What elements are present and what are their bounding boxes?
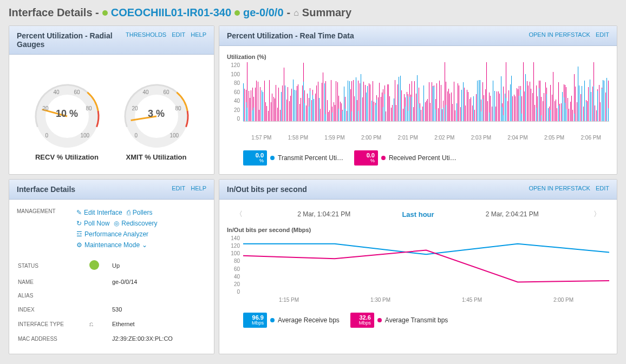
ethernet-icon: ⎌ (89, 320, 93, 328)
realtime-panel: Percent Utilization - Real Time Data OPE… (219, 25, 617, 175)
device-link[interactable]: COEOCHIIL01-IR01-340 (111, 6, 231, 19)
open-perfstack-link[interactable]: OPEN IN PERFSTACK (529, 185, 590, 191)
inout-panel: In/Out bits per second OPEN IN PERFSTACK… (219, 179, 617, 354)
management-label: MANAGEMENT (17, 207, 76, 250)
blue-dot-icon (270, 156, 275, 160)
detail-row: INDEX 530 (18, 303, 205, 316)
gauge-0: 020406080100 10 % RECV % Utilization (27, 78, 108, 161)
mgmt-edit-interface[interactable]: ✎Edit Interface (76, 209, 122, 216)
panel-actions: THRESHOLDS EDIT HELP (126, 31, 206, 38)
pink-dot-icon (381, 156, 386, 160)
edit-link[interactable]: EDIT (172, 185, 185, 191)
realtime-chart[interactable] (243, 62, 609, 122)
mgmt-pollers[interactable]: ⎙Pollers (127, 209, 153, 216)
panel-actions: OPEN IN PERFSTACK EDIT (529, 185, 609, 191)
panel-title: Interface Details (17, 185, 75, 194)
panel-header: In/Out bits per second OPEN IN PERFSTACK… (219, 180, 617, 200)
panel-actions: EDIT HELP (172, 185, 206, 191)
mgmt-icon: ☲ (76, 230, 82, 238)
gauge-label: XMIT % Utilization (116, 153, 197, 161)
mgmt-poll-now[interactable]: ↻Poll Now (76, 220, 109, 227)
gauge-label: RECV % Utilization (27, 153, 108, 161)
radial-gauges-panel: Percent Utilization - Radial Gauges THRE… (9, 25, 214, 175)
pink-dot-icon (377, 318, 382, 322)
chart-y-title: Utilization (%) (227, 54, 609, 60)
help-link[interactable]: HELP (191, 185, 206, 191)
page-header: Interface Details - COEOCHIIL01-IR01-340… (0, 0, 626, 25)
mgmt-rediscovery[interactable]: ◎Rediscovery (114, 220, 157, 227)
time-range-bar: 〈 2 Mar, 1:04:21 PM Last hour 2 Mar, 2:0… (227, 207, 609, 227)
detail-row: NAME ge-0/0/14 (18, 275, 205, 288)
panel-title: Percent Utilization - Radial Gauges (17, 31, 126, 49)
legend-item[interactable]: 0.0% Received Percent Uti… (354, 150, 457, 166)
mgmt-icon: ⚙ (76, 241, 82, 249)
edit-link[interactable]: EDIT (596, 185, 609, 191)
status-up-icon (89, 260, 99, 270)
mgmt-icon: ↻ (76, 220, 82, 227)
interface-status-dot (234, 10, 240, 16)
interface-link[interactable]: ge-0/0/0 (243, 6, 283, 19)
home-icon: ⌂ (294, 8, 299, 18)
header-dash: - (287, 6, 291, 19)
edit-link[interactable]: EDIT (596, 31, 609, 38)
panel-header: Interface Details EDIT HELP (9, 180, 214, 200)
panel-header: Percent Utilization - Radial Gauges THRE… (9, 26, 214, 55)
mgmt-icon: ⎙ (127, 209, 131, 216)
legend-item[interactable]: 96.9Mbps Average Receive bps (243, 313, 340, 328)
legend-item[interactable]: 0.0% Transmit Percent Uti… (243, 150, 343, 166)
prev-range-button[interactable]: 〈 (232, 209, 246, 219)
mgmt-maintenance-mode[interactable]: ⚙Maintenance Mode ⌄ (76, 241, 147, 249)
gauge-value: 10 % (56, 108, 78, 120)
detail-row: MAC ADDRESS J2:39:ZE:00:3X:PL:CO (18, 332, 205, 345)
gauge-1: 020406080100 3 % XMIT % Utilization (116, 78, 197, 161)
chevron-down-icon: ⌄ (142, 241, 147, 249)
detail-row: ALIAS (18, 289, 205, 302)
legend-item[interactable]: 32.6Mbps Average Transmit bps (350, 313, 448, 328)
help-link[interactable]: HELP (191, 31, 206, 38)
blue-dot-icon (270, 318, 275, 322)
inout-chart[interactable] (243, 235, 609, 295)
next-range-button[interactable]: 〉 (590, 209, 604, 219)
mgmt-icon: ◎ (114, 220, 119, 227)
interface-details-panel: Interface Details EDIT HELP MANAGEMENT ✎… (9, 179, 214, 354)
detail-row: INTERFACE TYPE ⎌ Ethernet (18, 317, 205, 331)
header-prefix: Interface Details - (9, 6, 99, 19)
header-summary: Summary (302, 6, 351, 19)
thresholds-link[interactable]: THRESHOLDS (126, 31, 166, 38)
chart-y-title: In/Out bits per second (Mbps) (227, 227, 609, 233)
gauge-value: 3 % (148, 108, 165, 120)
panel-actions: OPEN IN PERFSTACK EDIT (529, 31, 609, 38)
open-perfstack-link[interactable]: OPEN IN PERFSTACK (529, 31, 590, 38)
panel-header: Percent Utilization - Real Time Data OPE… (219, 26, 617, 46)
panel-title: Percent Utilization - Real Time Data (227, 31, 354, 40)
device-status-dot (102, 10, 108, 16)
mgmt-icon: ✎ (76, 209, 82, 216)
range-end: 2 Mar, 2:04:21 PM (486, 210, 539, 218)
edit-link[interactable]: EDIT (172, 31, 185, 38)
range-start: 2 Mar, 1:04:21 PM (297, 210, 350, 218)
panel-title: In/Out bits per second (227, 185, 307, 194)
mgmt-performance-analyzer[interactable]: ☲Performance Analyzer (76, 230, 148, 238)
range-selector[interactable]: Last hour (402, 210, 434, 219)
detail-row: STATUS Up (18, 257, 205, 274)
